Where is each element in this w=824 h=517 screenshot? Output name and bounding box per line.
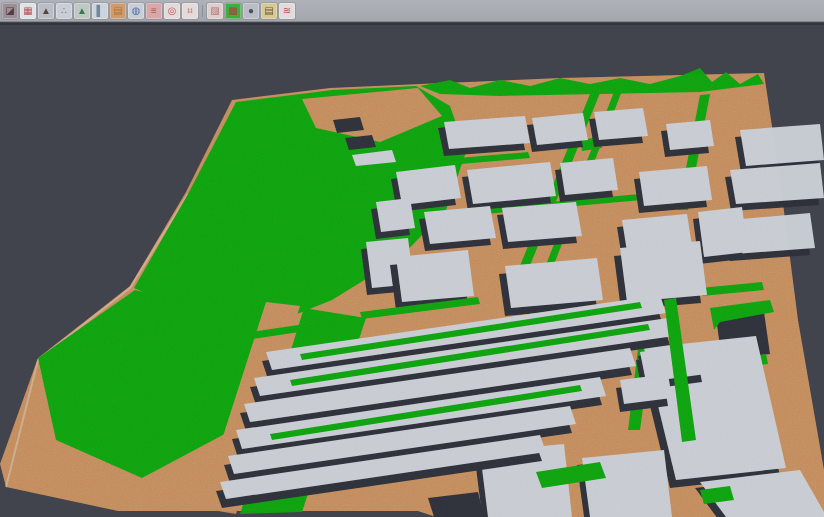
orthophoto-icon[interactable]: ▤ [110,3,126,19]
selection-grid-icon[interactable]: ▨ [207,3,223,19]
main-toolbar: ◪▦▲∴▲▌▤◍≡◎⌗▨▩●▤≋ [0,0,824,22]
clip-box-icon[interactable]: ⌗ [182,3,198,19]
toolbar-separator [199,3,206,19]
pick-center-icon[interactable]: ◎ [164,3,180,19]
red-layers-icon[interactable]: ≡ [146,3,162,19]
open-data-icon[interactable]: ◪ [2,3,18,19]
scene-svg [0,25,824,517]
classification-table-icon[interactable]: ▦ [20,3,36,19]
pointcloud-noise-overlay [0,25,824,517]
export-flag-icon[interactable]: ≋ [279,3,295,19]
viewport-3d[interactable] [0,25,824,517]
profile-icon[interactable]: ▌ [92,3,108,19]
render-sphere-icon[interactable]: ● [243,3,259,19]
map-sheet-icon[interactable]: ▤ [261,3,277,19]
application-window: { "toolbar": { "icons": [ {"name":"open-… [0,0,824,517]
vegetation-icon[interactable]: ▲ [74,3,90,19]
globe-icon[interactable]: ◍ [128,3,144,19]
terrain-icon[interactable]: ▲ [38,3,54,19]
classified-raster-icon[interactable]: ▩ [225,3,241,19]
point-cloud-icon[interactable]: ∴ [56,3,72,19]
